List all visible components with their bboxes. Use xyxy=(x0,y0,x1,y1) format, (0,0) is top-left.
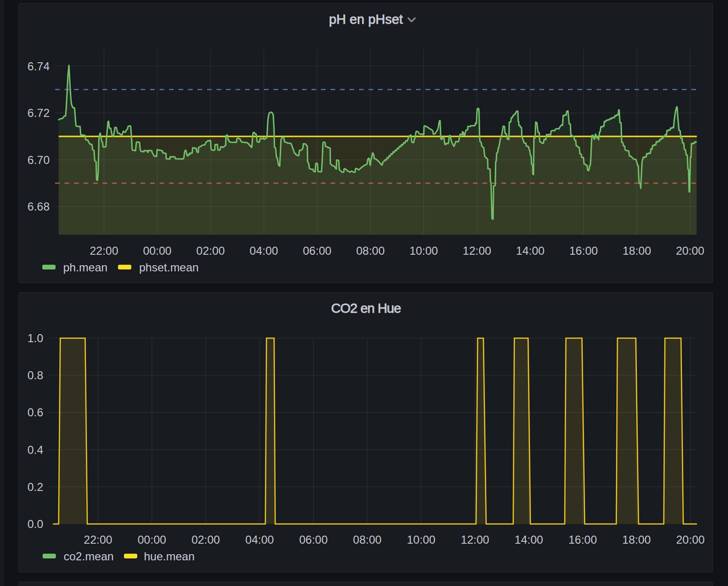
svg-text:14:00: 14:00 xyxy=(516,244,545,257)
svg-text:0.0: 0.0 xyxy=(28,518,43,530)
svg-text:14:00: 14:00 xyxy=(515,533,543,546)
svg-text:00:00: 00:00 xyxy=(143,244,171,257)
svg-text:6.74: 6.74 xyxy=(28,60,50,73)
svg-text:16:00: 16:00 xyxy=(568,533,597,546)
svg-text:phset.mean: phset.mean xyxy=(139,261,199,274)
svg-text:06:00: 06:00 xyxy=(303,244,331,257)
svg-text:00:00: 00:00 xyxy=(138,533,166,546)
svg-text:6.72: 6.72 xyxy=(28,106,50,119)
svg-text:12:00: 12:00 xyxy=(461,533,489,546)
svg-text:04:00: 04:00 xyxy=(250,244,278,257)
svg-text:6.68: 6.68 xyxy=(28,200,50,213)
svg-text:04:00: 04:00 xyxy=(246,533,274,546)
svg-text:06:00: 06:00 xyxy=(299,533,328,546)
svg-text:10:00: 10:00 xyxy=(409,244,438,257)
svg-text:18:00: 18:00 xyxy=(623,244,651,257)
svg-text:18:00: 18:00 xyxy=(622,533,651,546)
svg-text:22:00: 22:00 xyxy=(90,244,118,257)
svg-text:02:00: 02:00 xyxy=(191,533,220,546)
svg-text:1.0: 1.0 xyxy=(28,332,43,345)
svg-text:08:00: 08:00 xyxy=(353,533,381,546)
svg-text:10:00: 10:00 xyxy=(407,533,435,546)
svg-text:0.2: 0.2 xyxy=(28,480,43,493)
svg-text:hue.mean: hue.mean xyxy=(144,550,195,563)
svg-text:0.4: 0.4 xyxy=(28,443,43,456)
svg-text:08:00: 08:00 xyxy=(356,244,385,257)
svg-text:0.8: 0.8 xyxy=(28,369,43,382)
svg-text:02:00: 02:00 xyxy=(196,244,225,257)
svg-text:12:00: 12:00 xyxy=(463,244,491,257)
svg-text:ph.mean: ph.mean xyxy=(63,261,107,274)
svg-text:pH en pHset: pH en pHset xyxy=(329,12,403,27)
svg-text:6.70: 6.70 xyxy=(28,154,50,166)
svg-text:16:00: 16:00 xyxy=(569,244,598,257)
svg-text:22:00: 22:00 xyxy=(84,533,112,546)
svg-text:CO2 en Hue: CO2 en Hue xyxy=(331,301,401,316)
svg-text:0.6: 0.6 xyxy=(28,406,43,419)
svg-text:20:00: 20:00 xyxy=(676,244,704,257)
svg-text:co2.mean: co2.mean xyxy=(64,550,113,563)
svg-text:20:00: 20:00 xyxy=(676,533,705,546)
